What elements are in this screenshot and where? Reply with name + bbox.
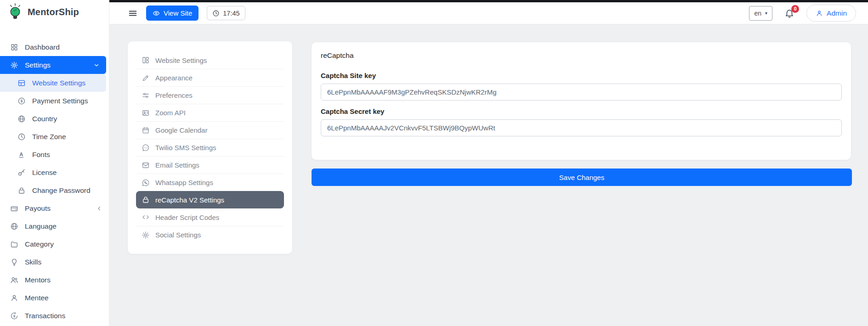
menu-item-recaptcha-v2[interactable]: reCaptcha V2 Settings <box>136 191 284 208</box>
sidebar-item-payouts[interactable]: Payouts <box>0 199 109 217</box>
sidebar-item-label: Website Settings <box>32 79 85 87</box>
view-site-button[interactable]: View Site <box>146 6 199 21</box>
menu-item-label: Preferences <box>155 91 193 99</box>
user-icon <box>10 294 18 302</box>
transaction-icon <box>10 312 18 320</box>
secret-key-label: Captcha Secret key <box>321 107 842 115</box>
sidebar-item-transactions[interactable]: Transactions <box>0 307 109 325</box>
form-title: reCaptcha <box>321 51 842 60</box>
sidebar-item-label: Mentors <box>25 276 51 284</box>
language-value: en <box>754 10 761 17</box>
sidebar-item-label: Category <box>25 240 54 248</box>
menu-item-header-scripts[interactable]: Header Script Codes <box>136 208 284 226</box>
clock-icon <box>17 133 26 141</box>
caret-down-icon: ▾ <box>765 11 767 16</box>
sidebar-item-label: Dashboard <box>25 43 60 51</box>
eye-icon <box>153 10 160 17</box>
table-icon <box>17 79 26 87</box>
main-content: Website Settings Appearance Preferences … <box>109 24 868 326</box>
menu-item-whatsapp-settings[interactable]: Whatsapp Settings <box>136 174 284 191</box>
lock-icon <box>17 186 26 195</box>
menu-item-label: Website Settings <box>155 56 207 64</box>
sidebar-item-country[interactable]: Country <box>0 110 109 128</box>
menu-item-label: Email Settings <box>155 161 199 169</box>
sidebar-item-label: Payouts <box>25 204 51 213</box>
calendar-icon <box>142 126 150 135</box>
brand-name: MentorShip <box>28 7 79 17</box>
bulb-icon <box>10 258 18 266</box>
menu-item-social-settings[interactable]: Social Settings <box>136 226 284 243</box>
sidebar-nav: Dashboard Settings Website Settings Paym… <box>0 24 109 325</box>
pen-icon <box>142 74 150 82</box>
sidebar-item-label: Transactions <box>25 312 65 320</box>
gear-icon <box>10 61 18 69</box>
hamburger-icon <box>128 8 138 18</box>
chat-icon <box>142 144 150 152</box>
language-dropdown[interactable]: en ▾ <box>749 6 772 21</box>
menu-item-label: Header Script Codes <box>155 214 219 221</box>
font-icon <box>17 151 26 159</box>
users-icon <box>10 276 18 284</box>
menu-item-twilio-sms[interactable]: Twilio SMS Settings <box>136 139 284 156</box>
sidebar-item-license[interactable]: License <box>0 163 109 181</box>
key-icon <box>17 169 26 177</box>
sidebar-item-label: License <box>32 169 57 177</box>
admin-menu-button[interactable]: Admin <box>806 5 856 22</box>
save-changes-button[interactable]: Save Changes <box>312 169 852 186</box>
menu-item-label: reCaptcha V2 Settings <box>155 196 224 204</box>
sidebar-item-payment-settings[interactable]: Payment Settings <box>0 92 109 110</box>
sidebar-item-skills[interactable]: Skills <box>0 253 109 271</box>
sidebar-item-label: Mentee <box>25 294 49 302</box>
chevron-down-icon <box>93 62 100 68</box>
clock-icon <box>212 10 220 17</box>
wallet-icon <box>10 204 18 213</box>
layout-icon <box>142 56 150 64</box>
menu-item-website-settings[interactable]: Website Settings <box>136 51 284 69</box>
sidebar-item-fonts[interactable]: Fonts <box>0 146 109 163</box>
sidebar-item-category[interactable]: Category <box>0 235 109 253</box>
sidebar-item-label: Settings <box>25 61 51 69</box>
sidebar-item-website-settings[interactable]: Website Settings <box>0 74 106 92</box>
site-key-input[interactable] <box>321 84 842 101</box>
sidebar-item-label: Payment Settings <box>32 97 88 105</box>
menu-item-label: Twilio SMS Settings <box>155 144 216 152</box>
notifications-button[interactable]: 0 <box>784 8 794 18</box>
admin-label: Admin <box>827 9 847 17</box>
mail-icon <box>142 161 150 169</box>
sidebar-item-language[interactable]: Language <box>0 217 109 235</box>
sidebar-item-label: Change Password <box>32 186 91 195</box>
menu-item-google-calendar[interactable]: Google Calendar <box>136 121 284 139</box>
recaptcha-form-card: reCaptcha Captcha Site key Captcha Secre… <box>312 42 851 160</box>
sidebar-item-mentors[interactable]: Mentors <box>0 271 109 289</box>
sidebar-item-dashboard[interactable]: Dashboard <box>0 38 109 56</box>
secret-key-input[interactable] <box>321 119 842 136</box>
notification-badge: 0 <box>791 5 799 13</box>
app-window: MentorShip Dashboard Settings Website Se… <box>0 0 868 326</box>
sidebar-item-mentee[interactable]: Mentee <box>0 289 109 307</box>
menu-item-email-settings[interactable]: Email Settings <box>136 156 284 174</box>
menu-item-zoom-api[interactable]: Zoom API <box>136 104 284 121</box>
sliders-icon <box>142 91 150 100</box>
sidebar-item-label: Fonts <box>32 151 50 159</box>
menu-item-label: Appearance <box>155 74 193 82</box>
hamburger-menu-button[interactable] <box>128 8 138 18</box>
time-value: 17:45 <box>223 10 239 17</box>
menu-item-appearance[interactable]: Appearance <box>136 69 284 86</box>
site-key-label: Captcha Site key <box>321 72 842 79</box>
topbar-right: en ▾ 0 Admin <box>749 5 856 22</box>
lightbulb-logo-icon <box>7 3 23 22</box>
sidebar-item-settings[interactable]: Settings <box>0 56 106 74</box>
settings-menu-card: Website Settings Appearance Preferences … <box>128 41 292 254</box>
sidebar: MentorShip Dashboard Settings Website Se… <box>0 0 109 326</box>
menu-item-preferences[interactable]: Preferences <box>136 86 284 104</box>
time-display: 17:45 <box>207 6 245 20</box>
brand[interactable]: MentorShip <box>0 0 109 24</box>
menu-item-label: Zoom API <box>155 109 186 117</box>
whatsapp-icon <box>142 179 150 187</box>
sidebar-item-time-zone[interactable]: Time Zone <box>0 128 109 146</box>
lock-icon <box>142 196 150 204</box>
chevron-left-icon <box>96 205 102 212</box>
globe-icon <box>17 115 26 123</box>
menu-item-label: Google Calendar <box>155 126 207 134</box>
sidebar-item-change-password[interactable]: Change Password <box>0 181 109 199</box>
